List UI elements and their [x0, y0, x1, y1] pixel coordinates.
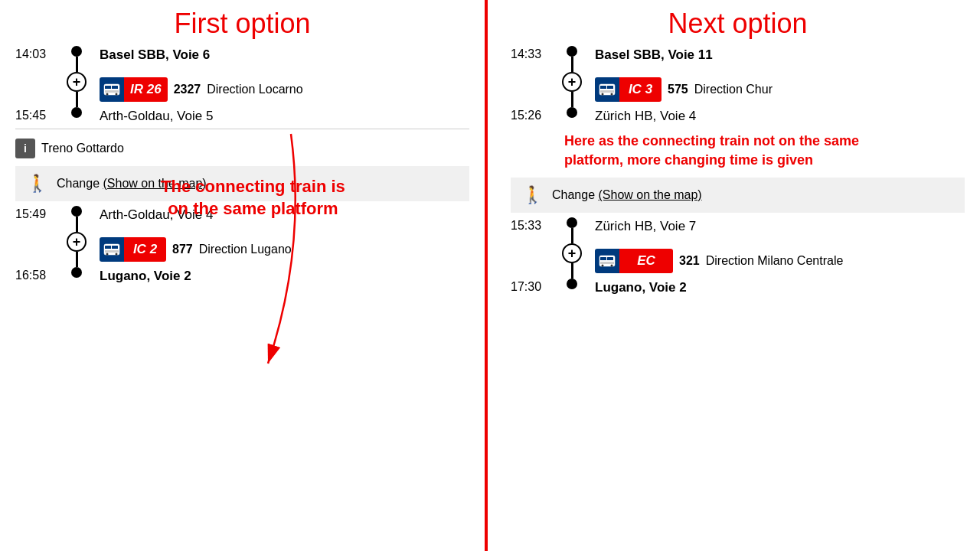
svg-rect-3 [105, 90, 119, 93]
info-icon: i [15, 139, 35, 158]
train-direction-milano: Direction Milano Centrale [706, 254, 844, 268]
line-5 [76, 252, 78, 267]
svg-rect-22 [600, 262, 614, 264]
line-r5 [571, 263, 573, 279]
circle-plus-r2: + [562, 243, 582, 263]
time-1545: 15:45 [15, 107, 61, 122]
line-4 [76, 217, 78, 232]
left-panel: First option 14:03 Basel SBB, Voie 6 + [0, 0, 488, 551]
tl-r3 [557, 107, 587, 118]
circle-plus-r1: + [562, 72, 582, 92]
badge-ir26: IR 26 [100, 77, 168, 102]
dot-r1 [567, 46, 577, 57]
time-1658: 16:58 [15, 267, 61, 282]
train-label-ic3: IC 3 [619, 77, 662, 102]
change-row-right: 🚶 Change (Show on the map) [511, 178, 965, 213]
tl-3 [61, 107, 92, 118]
tl-r6 [557, 279, 587, 289]
svg-point-5 [116, 93, 118, 96]
tl-1 [61, 46, 92, 72]
svg-rect-16 [600, 90, 614, 93]
walk-icon-left: 🚶 [27, 174, 47, 194]
train-ic3: IC 3 575 Direction Chur [595, 73, 965, 106]
time-1549: 15:49 [15, 206, 61, 221]
badge-ic3: IC 3 [595, 77, 662, 102]
train-direction-lugano: Direction Lugano [199, 243, 292, 256]
tl-4 [61, 206, 92, 232]
circle-plus-2: + [67, 232, 87, 252]
train-direction-locarno: Direction Locarno [207, 83, 302, 96]
info-text-treno: Treno Gottardo [41, 142, 124, 155]
annotation-right: Here as the connecting train not on the … [511, 127, 965, 174]
svg-point-4 [106, 93, 109, 96]
time-empty-2 [15, 249, 61, 250]
svg-point-23 [602, 265, 604, 267]
annotation-left: The connecting train ison the same platf… [161, 176, 345, 220]
train-icon-1 [100, 77, 124, 102]
svg-rect-1 [105, 86, 111, 89]
svg-rect-9 [105, 250, 119, 253]
info-row-treno: i Treno Gottardo [15, 134, 469, 163]
train-icon-r1 [595, 77, 619, 102]
station-lugano-left: Lugano, Voie 2 [100, 267, 469, 284]
dot-r2 [567, 107, 577, 118]
time-1533: 15:33 [511, 217, 557, 233]
station-arth1: Arth-Goldau, Voie 5 [100, 107, 469, 124]
train-number-575: 575 [668, 83, 688, 96]
svg-point-24 [611, 265, 613, 267]
dot-1 [71, 46, 82, 57]
line-r4 [571, 228, 573, 243]
train-label-ir26: IR 26 [124, 77, 168, 102]
train-ic2: IC 2 877 Direction Lugano [100, 233, 469, 266]
svg-rect-2 [112, 86, 118, 89]
dot-4 [71, 267, 82, 278]
tl-r5: + [557, 243, 587, 279]
dot-r4 [567, 279, 577, 289]
svg-point-18 [611, 93, 613, 96]
right-panel: Next option 14:33 Basel SBB, Voie 11 + [488, 0, 980, 551]
tl-r4 [557, 217, 587, 243]
train-icon-2 [100, 237, 124, 262]
change-text-right: Change (Show on the map) [552, 188, 702, 202]
dot-r3 [567, 217, 577, 228]
time-empty-r2 [511, 260, 557, 262]
tl-6 [61, 267, 92, 278]
train-number-321: 321 [679, 254, 700, 268]
svg-rect-15 [607, 86, 613, 89]
time-1433: 14:33 [511, 46, 557, 61]
line-r1 [571, 57, 573, 72]
dot-2 [71, 107, 82, 118]
dot-3 [71, 206, 82, 217]
show-map-link-right[interactable]: (Show on the map) [599, 188, 702, 201]
train-icon-r2 [595, 249, 619, 273]
time-1403: 14:03 [15, 46, 61, 61]
train-label-ic2: IC 2 [124, 237, 166, 262]
station-basel-left: Basel SBB, Voie 6 [100, 46, 469, 63]
svg-rect-7 [105, 246, 111, 249]
separator-1 [15, 129, 469, 129]
svg-point-17 [602, 93, 604, 96]
train-ec321: EC 321 Direction Milano Centrale [595, 244, 965, 278]
badge-ec321: EC [595, 249, 673, 273]
left-title: First option [15, 8, 469, 40]
svg-rect-20 [600, 257, 606, 260]
station-basel-right: Basel SBB, Voie 11 [595, 46, 965, 63]
time-empty-1 [15, 89, 61, 90]
svg-rect-8 [112, 246, 118, 249]
walk-icon-right: 🚶 [522, 185, 543, 205]
tl-r1 [557, 46, 587, 72]
content-1: Basel SBB, Voie 6 [92, 46, 469, 63]
right-title: Next option [511, 8, 965, 40]
circle-plus-1: + [67, 72, 87, 92]
station-zurich1: Zürich HB, Voie 4 [595, 107, 965, 124]
train-ir26: IR 26 2327 Direction Locarno [100, 73, 469, 106]
tl-2: + [61, 72, 92, 107]
tl-r2: + [557, 72, 587, 107]
line-r2 [571, 92, 573, 107]
svg-rect-21 [607, 257, 613, 260]
badge-ic2: IC 2 [100, 237, 166, 262]
time-1730: 17:30 [511, 279, 557, 294]
line-2 [76, 92, 78, 107]
time-empty-r1 [511, 89, 557, 90]
station-lugano-right: Lugano, Voie 2 [595, 279, 965, 295]
